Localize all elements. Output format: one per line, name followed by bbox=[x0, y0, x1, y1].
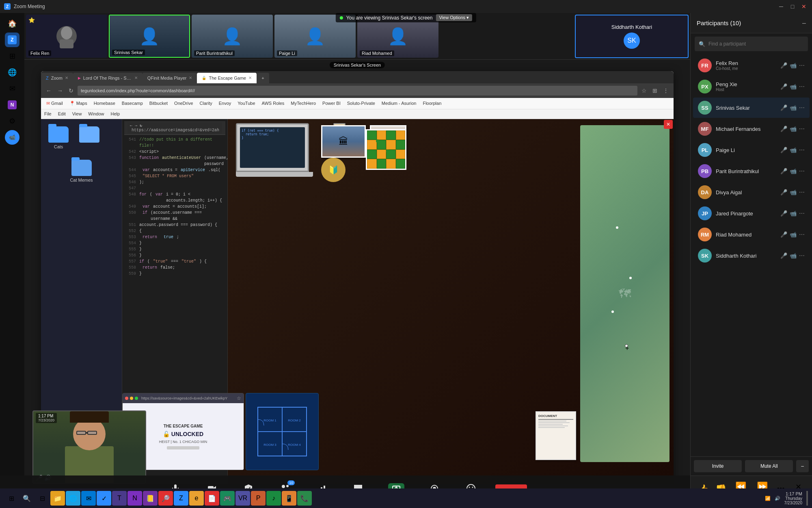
taskbar-app-orange[interactable]: 📱 bbox=[282, 491, 296, 506]
taskbar-app-todo[interactable]: ✓ bbox=[97, 491, 111, 506]
sidebar-icon-home[interactable]: 🏠 bbox=[5, 16, 19, 31]
taskbar-app-mail[interactable]: ✉ bbox=[81, 491, 96, 506]
back-button[interactable]: ← bbox=[44, 87, 53, 95]
taskbar-app-pdf[interactable]: 📄 bbox=[205, 491, 219, 506]
taskbar-start-button[interactable]: ⊞ bbox=[4, 491, 19, 506]
taskbar-app-phone[interactable]: 📞 bbox=[297, 491, 312, 506]
info-parit: Parit Burintrathikul bbox=[716, 168, 776, 174]
close-button[interactable]: ✕ bbox=[800, 3, 808, 10]
taskbar-app-vr[interactable]: VR bbox=[235, 491, 250, 506]
sidebar-icon-windows[interactable]: ⊞ bbox=[5, 49, 19, 63]
sidebar-icon-mail[interactable]: ✉ bbox=[5, 81, 19, 96]
browser-url-bar[interactable]: tegunlocked.com/index.php?route=common/d… bbox=[78, 86, 637, 96]
participant-item-felix[interactable]: FR Felix Ren Co-host, me 🎤 📹 ⋯ bbox=[693, 55, 810, 76]
taskbar-app-game[interactable]: 🎮 bbox=[220, 491, 235, 506]
tab-close-escape[interactable]: ✕ bbox=[248, 76, 252, 80]
browser-tab-new[interactable]: + bbox=[257, 73, 269, 83]
folder-unnamed[interactable] bbox=[76, 123, 103, 152]
reload-button[interactable]: ↻ bbox=[67, 87, 75, 95]
bookmark-powerbi[interactable]: Power BI bbox=[320, 100, 343, 106]
participant-item-jared[interactable]: JP Jared Pinargote 🎤 📹 ⋯ bbox=[693, 203, 810, 224]
bookmark-homebase[interactable]: Homebase bbox=[92, 100, 117, 106]
participant-item-divya[interactable]: DA Divya Aigal 🎤 📹 ⋯ bbox=[693, 182, 810, 202]
sidebar-icon-video[interactable]: 📹 bbox=[5, 130, 19, 145]
sidebar-icon-browser[interactable]: 🌐 bbox=[5, 65, 19, 80]
bookmark-floorplan[interactable]: Floorplan bbox=[421, 100, 443, 106]
game-board-card bbox=[366, 129, 406, 170]
forward-button[interactable]: → bbox=[56, 87, 65, 95]
tab-close-qfinit[interactable]: ✕ bbox=[189, 76, 192, 80]
taskbar-app-notes[interactable]: N bbox=[127, 491, 142, 506]
bookmark-bitbucket[interactable]: Bitbucket bbox=[147, 100, 170, 106]
participant-item-michael[interactable]: MF Michael Fernandes 🎤 📹 ⋯ bbox=[693, 119, 810, 139]
menu-edit[interactable]: Edit bbox=[58, 111, 66, 116]
browser-tab-lotr[interactable]: ▶ Lord Of The Rings - Soundtrack ✕ bbox=[73, 73, 143, 83]
sidebar-icon-settings[interactable]: ⚙ bbox=[5, 114, 19, 128]
sidebar-icon-onenote[interactable]: N bbox=[5, 98, 19, 112]
mute-all-button[interactable]: Mute All bbox=[745, 460, 793, 472]
participant-item-parit[interactable]: PB Parit Burintrathikul 🎤 📹 ⋯ bbox=[693, 161, 810, 181]
taskbar-app-teams[interactable]: T bbox=[112, 491, 127, 506]
restore-button[interactable]: □ bbox=[788, 3, 797, 10]
taskbar-app-folder[interactable]: 📁 bbox=[50, 491, 65, 506]
bookmark-medium[interactable]: Medium - Asurion bbox=[380, 100, 419, 106]
participant-item-riad[interactable]: RM Riad Mohamed 🎤 📹 ⋯ bbox=[693, 224, 810, 245]
participant-item-srinivas[interactable]: SS Srinivas Sekar 🎤 📹 ⋯ bbox=[693, 98, 810, 118]
bookmark-gmail[interactable]: ✉ Gmail bbox=[44, 100, 65, 107]
taskbar-app-ie[interactable]: e bbox=[189, 491, 204, 506]
svg-text:ROOM 1: ROOM 1 bbox=[263, 419, 276, 422]
taskbar-app-search[interactable]: 🔎 bbox=[158, 491, 173, 506]
menu-button[interactable]: ⋮ bbox=[661, 87, 670, 95]
bookmark-soluto[interactable]: Soluto-Private bbox=[345, 100, 377, 106]
close-participants-btn[interactable]: – bbox=[802, 20, 806, 27]
close-panel-button[interactable]: ✕ bbox=[664, 120, 673, 129]
nav-reload[interactable]: ↻ bbox=[140, 124, 142, 128]
participant-thumb-felix[interactable]: Felix Ren ⭐ bbox=[26, 15, 107, 58]
participant-thumb-parit[interactable]: 👤 Parit Burintrathikul bbox=[192, 15, 273, 58]
nav-back[interactable]: ← bbox=[130, 124, 132, 128]
sidebar-icon-zoom[interactable]: Z bbox=[5, 33, 19, 47]
participant-thumb-srinivas[interactable]: 👤 Srinivas Sekar bbox=[109, 15, 190, 58]
menu-file[interactable]: File bbox=[44, 111, 52, 116]
browser-tab-escape[interactable]: 🔓 The Escape Game ✕ bbox=[197, 73, 257, 83]
invite-button[interactable]: Invite bbox=[694, 460, 742, 472]
taskbar-app-powerpoint[interactable]: P bbox=[251, 491, 266, 506]
more-participants-button[interactable]: – bbox=[796, 460, 809, 472]
bookmark-button[interactable]: ☆ bbox=[640, 87, 648, 95]
bookmark-clarity[interactable]: Clarity bbox=[198, 100, 214, 106]
nav-forward[interactable]: → bbox=[135, 124, 137, 128]
tab-close-lotr[interactable]: ✕ bbox=[134, 76, 138, 80]
minimize-button[interactable]: ─ bbox=[777, 3, 785, 10]
search-participant-input[interactable] bbox=[708, 41, 804, 47]
participant-item-paige[interactable]: PL Paige Li 🎤 📹 ⋯ bbox=[693, 140, 810, 160]
bookmark-mytechhero[interactable]: MyTechHero bbox=[289, 100, 318, 106]
taskbar-app-zoom[interactable]: Z bbox=[174, 491, 188, 506]
taskbar-app-browser[interactable]: 🌐 bbox=[66, 491, 80, 506]
view-options-button[interactable]: View Options ▾ bbox=[436, 14, 472, 21]
bookmark-maps[interactable]: 📍 Maps bbox=[67, 100, 89, 107]
info-michael: Michael Fernandes bbox=[716, 126, 776, 132]
taskbar-search-button[interactable]: 🔍 bbox=[19, 491, 34, 506]
bookmark-basecamp[interactable]: Basecamp bbox=[120, 100, 145, 106]
show-desktop-btn[interactable] bbox=[806, 491, 808, 506]
bookmark-onedrive[interactable]: OneDrive bbox=[172, 100, 195, 106]
avatar-peng: PX bbox=[698, 80, 712, 93]
participant-item-siddharth[interactable]: SK Siddharth Kothari 🎤 📹 ⋯ bbox=[693, 245, 810, 266]
taskbar-app-onenote[interactable]: 📒 bbox=[143, 491, 158, 506]
tab-close-zoom[interactable]: ✕ bbox=[65, 76, 68, 80]
taskbar-clock[interactable]: 1:17 PM Thursday 7/23/2020 bbox=[784, 491, 803, 505]
browser-tab-zoom[interactable]: Z Zoom ✕ bbox=[41, 73, 73, 83]
folder-cats[interactable]: Cats bbox=[45, 123, 72, 152]
taskbar-app-spotify[interactable]: ♪ bbox=[266, 491, 281, 506]
bookmark-envoy[interactable]: Envoy bbox=[217, 100, 233, 106]
menu-view[interactable]: View bbox=[72, 111, 82, 116]
browser-tab-qfinit[interactable]: QFinit Media Player ✕ bbox=[143, 73, 197, 83]
participant-item-peng[interactable]: PX Peng Xie Host 🎤 📹 ⋯ bbox=[693, 76, 810, 97]
bookmark-youtube[interactable]: YouTube bbox=[235, 100, 257, 106]
menu-window[interactable]: Window bbox=[88, 111, 104, 116]
menu-help[interactable]: Help bbox=[110, 111, 120, 116]
extensions-button[interactable]: ⊞ bbox=[651, 87, 659, 95]
bookmark-aws[interactable]: AWS Roles bbox=[260, 100, 287, 106]
folder-cat-memes[interactable]: Cat Memes bbox=[45, 156, 118, 186]
taskbar-task-view[interactable]: ⊟ bbox=[35, 491, 50, 506]
